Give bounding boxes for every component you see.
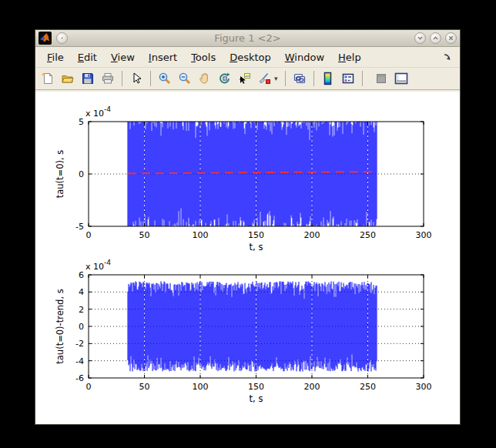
new-figure-button[interactable] <box>39 69 57 88</box>
pan-button[interactable] <box>196 69 214 88</box>
zoom-out-button[interactable] <box>176 69 194 88</box>
y-exponent-label: x 10-4 <box>85 105 111 119</box>
zoom-in-button[interactable] <box>156 69 174 88</box>
menu-item-file[interactable]: File <box>40 49 71 65</box>
y-axis-label: tau(t=0)-trend, s <box>55 289 65 363</box>
pan-hand-icon <box>198 72 212 85</box>
x-tick-label: 300 <box>416 230 432 240</box>
menu-item-window[interactable]: Window <box>278 49 331 65</box>
y-tick-label: -4 <box>75 356 84 366</box>
save-figure-button[interactable] <box>79 69 97 88</box>
x-tick-label: 200 <box>304 230 320 240</box>
menu-item-view[interactable]: View <box>104 49 142 65</box>
data-cursor-icon <box>238 72 252 85</box>
y-tick-label: -5 <box>75 222 84 232</box>
legend-icon <box>341 72 355 85</box>
subplot-bottom: 050100150200250300-6-4-20246t, stau(t=0)… <box>55 259 432 404</box>
rotate-3d-button[interactable] <box>216 69 234 88</box>
x-tick-label: 0 <box>86 230 92 240</box>
zoom-in-icon <box>158 72 172 85</box>
new-figure-icon <box>41 72 55 85</box>
menu-item-edit[interactable]: Edit <box>71 49 104 65</box>
x-tick-label: 0 <box>86 382 92 392</box>
menu-item-help[interactable]: Help <box>331 49 368 65</box>
y-tick-label: 4 <box>79 287 84 297</box>
toolbar-separator <box>313 71 314 86</box>
rotate-3d-icon <box>218 72 232 85</box>
x-axis-label: t, s <box>250 242 263 252</box>
x-tick-label: 150 <box>248 230 264 240</box>
open-folder-icon <box>61 72 75 85</box>
brush-icon <box>258 72 272 85</box>
save-floppy-icon <box>81 72 95 85</box>
insert-colorbar-button[interactable] <box>319 69 337 88</box>
y-tick-label: 6 <box>79 270 84 280</box>
x-tick-label: 300 <box>416 382 432 392</box>
x-tick-label: 50 <box>139 230 150 240</box>
link-chain-icon <box>293 72 307 85</box>
matlab-logo-icon <box>39 32 52 45</box>
brush-dropdown-caret[interactable]: ▾ <box>274 75 280 82</box>
y-tick-label: -2 <box>75 339 84 349</box>
x-tick-label: 50 <box>139 382 150 392</box>
subplot-top: 050100150200250300-505t, stau(t=0), sx 1… <box>55 105 432 252</box>
y-tick-label: 5 <box>79 117 84 127</box>
open-file-button[interactable] <box>59 69 77 88</box>
menu-item-insert[interactable]: Insert <box>142 49 184 65</box>
menu-item-tools[interactable]: Tools <box>184 49 223 65</box>
print-figure-button[interactable] <box>99 69 117 88</box>
y-tick-label: 0 <box>79 169 84 179</box>
edit-plot-button[interactable] <box>127 69 146 88</box>
x-tick-label: 250 <box>360 382 376 392</box>
titlebar[interactable]: Figure 1 <2> <box>35 30 460 47</box>
y-tick-label: 0 <box>79 322 84 332</box>
y-tick-label: -6 <box>75 373 84 383</box>
shade-window-button[interactable] <box>414 32 426 44</box>
x-tick-label: 200 <box>304 382 320 392</box>
hide-plot-tools-icon <box>374 72 388 85</box>
x-tick-label: 250 <box>360 230 376 240</box>
x-tick-label: 100 <box>193 230 209 240</box>
insert-legend-button[interactable] <box>339 69 357 88</box>
zoom-out-icon <box>178 72 192 85</box>
maximize-window-button[interactable] <box>430 32 441 44</box>
window-title: Figure 1 <2> <box>35 32 460 44</box>
figure-toolbar: ▾ <box>35 68 460 90</box>
plots-svg: 050100150200250300-505t, stau(t=0), sx 1… <box>35 92 460 425</box>
show-plot-tools-dock-button[interactable] <box>392 69 411 88</box>
arrow-pointer-icon <box>129 72 143 85</box>
menu-item-desktop[interactable]: Desktop <box>223 49 278 65</box>
link-plots-button[interactable] <box>290 69 309 88</box>
y-exponent-label: x 10-4 <box>85 259 111 272</box>
close-window-button[interactable] <box>445 32 457 44</box>
x-tick-label: 100 <box>193 382 209 392</box>
toolbar-separator <box>285 71 286 86</box>
window-menu-button[interactable] <box>56 32 68 44</box>
desktop: { "window": { "title": "Figure 1 <2>", "… <box>0 0 496 448</box>
data-cursor-button[interactable] <box>236 69 254 88</box>
signal-tau-noise <box>128 122 377 226</box>
hide-plot-tools-button[interactable] <box>372 69 390 88</box>
toolbar-separator <box>362 71 363 86</box>
dock-figure-arrow-icon[interactable] <box>443 52 455 62</box>
menubar: FileEditViewInsertToolsDesktopWindowHelp <box>35 47 460 68</box>
toolbar-separator <box>122 71 122 86</box>
figure-canvas: 050100150200250300-505t, stau(t=0), sx 1… <box>35 92 460 424</box>
colorbar-icon <box>321 72 335 85</box>
y-tick-label: 2 <box>79 305 84 315</box>
y-axis-label: tau(t=0), s <box>55 150 65 199</box>
x-tick-label: 150 <box>248 382 264 392</box>
signal-tau-detrended-noise <box>128 281 377 371</box>
show-plot-tools-icon <box>394 72 409 85</box>
toolbar-separator <box>150 71 151 86</box>
brush-data-button[interactable] <box>256 69 274 88</box>
printer-icon <box>101 72 115 85</box>
x-axis-label: t, s <box>250 393 263 404</box>
figure-window: Figure 1 <2> <box>35 29 461 425</box>
